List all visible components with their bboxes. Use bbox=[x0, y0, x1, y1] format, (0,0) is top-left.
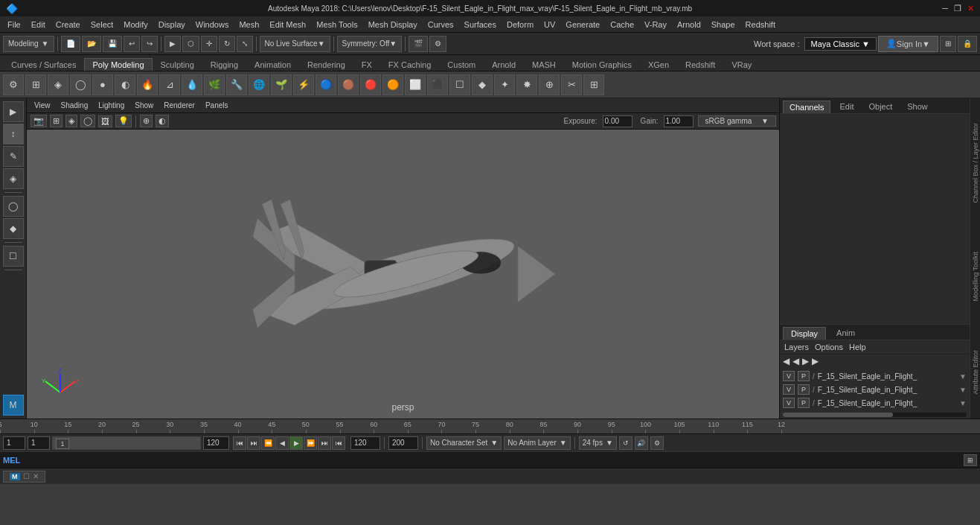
shelf-tab-rigging[interactable]: Rigging bbox=[202, 58, 246, 71]
shelf-icon-18[interactable]: 🟠 bbox=[382, 74, 403, 95]
start-frame-input[interactable] bbox=[3, 436, 25, 450]
shelf-icon-10[interactable]: 🌿 bbox=[204, 74, 225, 95]
new-scene-button[interactable]: 📄 bbox=[61, 36, 80, 52]
shelf-icon-5[interactable]: ● bbox=[92, 74, 113, 95]
shelf-icon-17[interactable]: 🔴 bbox=[360, 74, 381, 95]
layer-item-1[interactable]: V P / F_15_Silent_Eagle_in_Flight_ ▼ bbox=[780, 369, 970, 383]
layer-playback-1[interactable]: P bbox=[798, 371, 810, 381]
gain-input[interactable] bbox=[664, 115, 694, 127]
channels-tab[interactable]: Channels bbox=[783, 101, 830, 113]
vt-icon-smooth[interactable]: ◯ bbox=[80, 115, 95, 127]
shelf-icon-8[interactable]: ⊿ bbox=[159, 74, 180, 95]
shelf-tab-vray[interactable]: VRay bbox=[723, 58, 760, 71]
menu-item-edit-mesh[interactable]: Edit Mesh bbox=[265, 19, 310, 31]
menu-item-v-ray[interactable]: V-Ray bbox=[640, 19, 671, 31]
menu-item-edit[interactable]: Edit bbox=[27, 19, 50, 31]
diamond-select[interactable]: ◆ bbox=[3, 218, 24, 239]
shelf-tab-xgen[interactable]: XGen bbox=[640, 58, 677, 71]
vt-icon-texture[interactable]: 🖼 bbox=[98, 115, 112, 127]
vt-icon-grid[interactable]: ⊞ bbox=[50, 115, 63, 127]
exposure-input[interactable] bbox=[603, 115, 632, 127]
shelf-tab-curves-surfaces[interactable]: Curves / Surfaces bbox=[3, 58, 84, 71]
undo-button[interactable]: ↩ bbox=[124, 36, 140, 52]
shelf-tab-arnold[interactable]: Arnold bbox=[484, 58, 524, 71]
playback-settings-button[interactable]: ⚙ bbox=[650, 436, 664, 450]
restore-button[interactable]: ❐ bbox=[954, 4, 961, 13]
shelf-tab-fx[interactable]: FX bbox=[353, 58, 380, 71]
shelf-icon-7[interactable]: 🔥 bbox=[137, 74, 158, 95]
play-forward-button[interactable]: ▶ bbox=[289, 436, 303, 450]
menu-item-mesh[interactable]: Mesh bbox=[234, 19, 263, 31]
shelf-icon-11[interactable]: 🔧 bbox=[226, 74, 247, 95]
show-menu-item[interactable]: Show bbox=[130, 101, 158, 110]
menu-item-curves[interactable]: Curves bbox=[423, 19, 458, 31]
render-settings-button[interactable]: ⚙ bbox=[429, 36, 446, 52]
shelf-icon-14[interactable]: ⚡ bbox=[293, 74, 314, 95]
shelf-tab-motion-graphics[interactable]: Motion Graphics bbox=[564, 58, 640, 71]
layer-visibility-3[interactable]: V bbox=[783, 398, 795, 408]
shelf-icon-26[interactable]: ✂ bbox=[561, 74, 582, 95]
shelf-icon-4[interactable]: ◯ bbox=[70, 74, 91, 95]
menu-item-windows[interactable]: Windows bbox=[191, 19, 234, 31]
shelf-tab-poly-modeling[interactable]: Poly Modeling bbox=[84, 58, 152, 71]
layer-nav-right[interactable]: ▶ bbox=[802, 356, 809, 366]
options-menu-item[interactable]: Options bbox=[815, 343, 843, 351]
render-button[interactable]: 🎬 bbox=[409, 36, 428, 52]
menu-item-modify[interactable]: Modify bbox=[119, 19, 152, 31]
menu-item-shape[interactable]: Shape bbox=[707, 19, 740, 31]
vt-icon-light[interactable]: 💡 bbox=[115, 115, 132, 127]
renderer-menu-item[interactable]: Renderer bbox=[159, 101, 199, 110]
menu-item-mesh-tools[interactable]: Mesh Tools bbox=[312, 19, 362, 31]
shelf-tab-sculpting[interactable]: Sculpting bbox=[153, 58, 202, 71]
shelf-icon-13[interactable]: 🌱 bbox=[271, 74, 292, 95]
move-tool[interactable]: ↕ bbox=[3, 124, 24, 144]
vt-icon-wireframe[interactable]: ◈ bbox=[65, 115, 77, 127]
layout-button[interactable]: ⊞ bbox=[940, 36, 956, 52]
shelf-icon-12[interactable]: 🌐 bbox=[249, 74, 269, 95]
help-menu-item[interactable]: Help bbox=[849, 343, 866, 351]
task-maya-minimize[interactable]: ☐ bbox=[23, 472, 30, 480]
viewport-3d[interactable]: X Y Z persp bbox=[27, 130, 779, 419]
shelf-icon-9[interactable]: 💧 bbox=[182, 74, 202, 95]
anim-layer-selector[interactable]: No Anim Layer ▼ bbox=[504, 436, 571, 450]
workspace-selector[interactable]: Maya Classic ▼ bbox=[804, 37, 877, 51]
select-tool-button[interactable]: ▶ bbox=[164, 36, 181, 52]
layer-playback-3[interactable]: P bbox=[798, 398, 810, 408]
prev-frame-button[interactable]: ⏪ bbox=[261, 436, 275, 450]
mel-output-btn[interactable]: ⊞ bbox=[964, 454, 977, 466]
mel-label[interactable]: MEL bbox=[3, 456, 20, 465]
select-tool[interactable]: ▶ bbox=[3, 101, 24, 122]
shelf-icon-16[interactable]: 🟤 bbox=[338, 74, 359, 95]
menu-item-surfaces[interactable]: Surfaces bbox=[460, 19, 501, 31]
minimize-button[interactable]: ─ bbox=[942, 4, 948, 13]
layer-item-2[interactable]: V P / F_15_Silent_Eagle_in_Flight_ ▼ bbox=[780, 383, 970, 396]
no-live-surface-button[interactable]: No Live Surface ▼ bbox=[260, 36, 330, 52]
range-slider-thumb[interactable]: 1 bbox=[56, 439, 69, 449]
shelf-icon-22[interactable]: ◆ bbox=[472, 74, 493, 95]
view-menu-item[interactable]: View bbox=[30, 101, 55, 110]
shelf-icon-19[interactable]: ⬜ bbox=[405, 74, 426, 95]
shelf-icon-24[interactable]: ✸ bbox=[516, 74, 537, 95]
maya-logo[interactable]: M bbox=[3, 395, 24, 416]
menu-item-deform[interactable]: Deform bbox=[502, 19, 538, 31]
mode-selector[interactable]: Modeling ▼ bbox=[3, 36, 54, 52]
step-back-button[interactable]: ⏭ bbox=[247, 436, 260, 450]
open-scene-button[interactable]: 📂 bbox=[82, 36, 101, 52]
display-tab[interactable]: Display bbox=[783, 327, 826, 340]
layers-menu-item[interactable]: Layers bbox=[784, 343, 809, 351]
shelf-tab-mash[interactable]: MASH bbox=[524, 58, 564, 71]
layer-nav-right2[interactable]: ▶ bbox=[812, 356, 819, 366]
menu-item-file[interactable]: File bbox=[3, 19, 25, 31]
fps-selector[interactable]: 24 fps ▼ bbox=[579, 436, 617, 450]
menu-item-select[interactable]: Select bbox=[86, 19, 118, 31]
next-frame-button[interactable]: ⏩ bbox=[304, 436, 317, 450]
shelf-icon-1[interactable]: ⚙ bbox=[3, 74, 24, 95]
shelf-icon-25[interactable]: ⊕ bbox=[539, 74, 560, 95]
redo-button[interactable]: ↪ bbox=[141, 36, 158, 52]
shelf-icon-6[interactable]: ◐ bbox=[115, 74, 135, 95]
menu-item-redshift[interactable]: Redshift bbox=[741, 19, 780, 31]
menu-item-arnold[interactable]: Arnold bbox=[673, 19, 705, 31]
gamma-selector[interactable]: sRGB gamma ▼ bbox=[698, 115, 776, 127]
shelf-icon-21[interactable]: ☐ bbox=[449, 74, 470, 95]
shelf-icon-27[interactable]: ⊞ bbox=[583, 74, 604, 95]
